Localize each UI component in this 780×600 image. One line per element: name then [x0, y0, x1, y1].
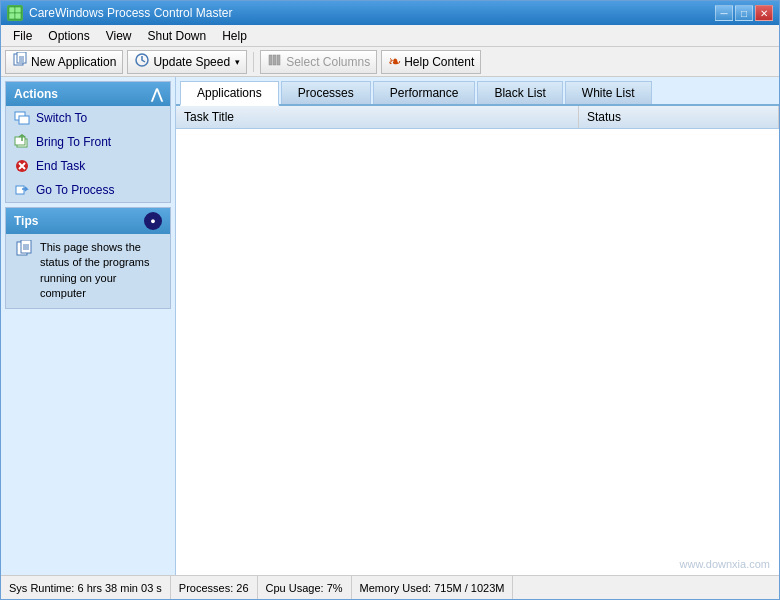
svg-rect-16 [15, 137, 25, 145]
table-area[interactable]: Task Title Status [176, 106, 779, 575]
status-memory: Memory Used: 715M / 1023M [352, 576, 514, 599]
status-bar: Sys Runtime: 6 hrs 38 min 03 s Processes… [1, 575, 779, 599]
title-bar: CareWindows Process Control Master ─ □ ✕ [1, 1, 779, 25]
actions-collapse-icon[interactable]: ⋀ [151, 86, 162, 102]
help-content-label: Help Content [404, 55, 474, 69]
new-application-button[interactable]: New Application [5, 50, 123, 74]
go-to-process-icon [14, 182, 30, 198]
title-buttons: ─ □ ✕ [715, 5, 773, 21]
update-speed-icon [134, 52, 150, 71]
tab-processes[interactable]: Processes [281, 81, 371, 104]
tips-doc-icon [14, 240, 34, 302]
svg-rect-0 [9, 7, 15, 13]
status-cpu: Cpu Usage: 7% [258, 576, 352, 599]
sidebar: Actions ⋀ Switch To [1, 77, 176, 575]
column-status: Status [579, 106, 779, 128]
status-processes: Processes: 26 [171, 576, 258, 599]
bring-to-front-label: Bring To Front [36, 135, 111, 149]
tips-indicator: ● [144, 212, 162, 230]
watermark: www.downxia.com [680, 558, 770, 570]
minimize-button[interactable]: ─ [715, 5, 733, 21]
end-task-label: End Task [36, 159, 85, 173]
help-icon: ❧ [388, 52, 401, 71]
go-to-process-label: Go To Process [36, 183, 114, 197]
select-columns-button[interactable]: Select Columns [260, 50, 377, 74]
app-icon [7, 5, 23, 21]
end-task-icon [14, 158, 30, 174]
menu-bar: File Options View Shut Down Help [1, 25, 779, 47]
svg-rect-14 [19, 116, 29, 124]
toolbar-separator [253, 52, 254, 72]
menu-view[interactable]: View [98, 27, 140, 45]
tips-section: Tips ● This page shows the status of th [5, 207, 171, 309]
svg-rect-11 [273, 55, 276, 65]
menu-file[interactable]: File [5, 27, 40, 45]
column-task-title: Task Title [176, 106, 579, 128]
tips-header: Tips ● [6, 208, 170, 234]
sidebar-item-end-task[interactable]: End Task [6, 154, 170, 178]
bring-to-front-icon [14, 134, 30, 150]
update-speed-label: Update Speed [153, 55, 230, 69]
tips-title: Tips [14, 214, 38, 228]
main-window: CareWindows Process Control Master ─ □ ✕… [0, 0, 780, 600]
update-speed-dropdown-icon: ▾ [235, 57, 240, 67]
tab-blacklist[interactable]: Black List [477, 81, 562, 104]
tab-applications[interactable]: Applications [180, 81, 279, 106]
actions-list: Switch To Bring To Front [6, 106, 170, 202]
menu-options[interactable]: Options [40, 27, 97, 45]
sidebar-item-go-to-process[interactable]: Go To Process [6, 178, 170, 202]
table-header: Task Title Status [176, 106, 779, 129]
tips-content: This page shows the status of the progra… [6, 234, 170, 308]
menu-help[interactable]: Help [214, 27, 255, 45]
tab-whitelist[interactable]: White List [565, 81, 652, 104]
switch-to-icon [14, 110, 30, 126]
switch-to-label: Switch To [36, 111, 87, 125]
status-runtime: Sys Runtime: 6 hrs 38 min 03 s [1, 576, 171, 599]
update-speed-button[interactable]: Update Speed ▾ [127, 50, 247, 74]
sidebar-item-bring-to-front[interactable]: Bring To Front [6, 130, 170, 154]
help-content-button[interactable]: ❧ Help Content [381, 50, 481, 74]
title-bar-left: CareWindows Process Control Master [7, 5, 232, 21]
svg-rect-12 [277, 55, 280, 65]
title-text: CareWindows Process Control Master [29, 6, 232, 20]
svg-rect-1 [15, 7, 21, 13]
menu-shutdown[interactable]: Shut Down [140, 27, 215, 45]
actions-header: Actions ⋀ [6, 82, 170, 106]
right-panel: Applications Processes Performance Black… [176, 77, 779, 575]
svg-rect-3 [15, 13, 21, 19]
svg-rect-10 [269, 55, 272, 65]
svg-rect-2 [9, 13, 15, 19]
new-application-label: New Application [31, 55, 116, 69]
tabs: Applications Processes Performance Black… [176, 77, 779, 106]
toolbar: New Application Update Speed ▾ Sele [1, 47, 779, 77]
actions-title: Actions [14, 87, 58, 101]
tab-performance[interactable]: Performance [373, 81, 476, 104]
new-app-icon [12, 52, 28, 71]
tips-text: This page shows the status of the progra… [40, 240, 162, 302]
maximize-button[interactable]: □ [735, 5, 753, 21]
select-columns-label: Select Columns [286, 55, 370, 69]
sidebar-item-switch-to[interactable]: Switch To [6, 106, 170, 130]
select-columns-icon [267, 52, 283, 71]
svg-rect-21 [16, 186, 24, 194]
close-button[interactable]: ✕ [755, 5, 773, 21]
actions-section: Actions ⋀ Switch To [5, 81, 171, 203]
main-content: Actions ⋀ Switch To [1, 77, 779, 575]
